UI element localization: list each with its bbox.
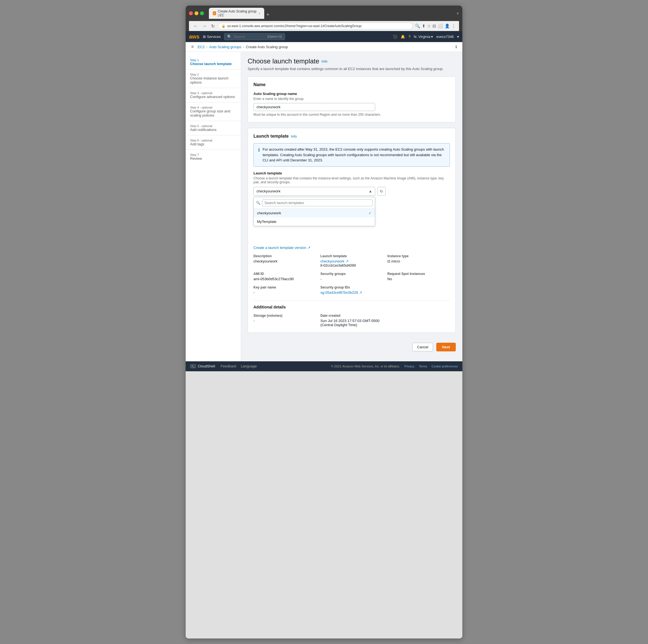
sidebar-item-step3[interactable]: Step 3 - optional Configure advanced opt… [186,89,241,101]
option-label-2: MyTemplate [257,219,276,224]
storage-label: Storage (volumes) [254,314,316,317]
sidebar-item-step7[interactable]: Step 7 Review [186,151,241,163]
bottom-bar: >_ CloudShell Feedback Language © 2023, … [186,361,462,371]
dropdown-option-checkyourwork[interactable]: checkyourwork ✓ [254,209,375,217]
cloud9-icon[interactable]: ⬛ [393,35,397,39]
sg-id-link[interactable]: sg-05a43cef87bc0b228 [320,290,358,295]
back-button[interactable]: ← [192,23,199,29]
detail-instance-type: Instance type t2.micro [387,254,450,267]
breadcrumb-autoscaling[interactable]: Auto Scaling groups [209,45,241,49]
aws-logo: aws [189,34,200,40]
info-banner: ℹ For accounts created after May 31, 202… [254,143,450,167]
sidebar-step7-title: Review [190,156,236,161]
profile-icon[interactable]: 👤 [445,23,450,29]
address-bar[interactable]: 🔒 us-east-1.console.aws.amazon.com/ec2/h… [218,23,413,29]
breadcrumb-current: Create Auto Scaling group [246,45,288,49]
aws-search-bar[interactable]: 🔍 [Option+S] [224,33,285,40]
account-label[interactable]: evecs7346 [436,35,454,39]
group-name-input[interactable] [254,103,375,111]
feedback-link[interactable]: Feedback [220,364,236,368]
page-subtitle: Specify a launch template that contains … [248,67,456,71]
search-icon[interactable]: 🔍 [415,23,420,29]
language-link[interactable]: Language [241,364,257,368]
sidebar-step1-label: Step 1 [190,58,236,62]
browser-navigation: ← → ↻ 🔒 us-east-1.console.aws.amazon.com… [189,21,459,31]
topbar-right: ⬛ 🔔 ? N. Virginia ▾ evecs7346 ▾ [393,35,459,39]
ami-id-label: AMI ID [254,272,316,276]
launch-template-label: Launch template [320,254,383,258]
dropdown-section-label: Launch template [254,171,450,175]
detail-description: Description checkyourwork [254,254,316,267]
browser-window: C Create Auto Scaling group | EC × + ∨ ←… [186,6,462,638]
sidebar-toggle-icon[interactable]: ≡ [191,44,194,49]
forward-button[interactable]: → [201,23,208,29]
sidebar-item-step1[interactable]: Step 1 Choose launch template [186,56,241,68]
dropdown-search-input[interactable] [262,199,373,206]
refresh-button[interactable]: ↻ [377,187,386,196]
sidebar-step3-title: Configure advanced options [190,95,236,99]
browser-tabs: C Create Auto Scaling group | EC × + [209,8,272,19]
launch-template-info-link[interactable]: Info [291,134,297,139]
aws-search-input[interactable] [234,35,265,39]
dropdown-section-hint: Choose a launch template that contains t… [254,177,450,184]
copyright-text: © 2023, Amazon Web Services, Inc. or its… [331,365,400,368]
notifications-icon[interactable]: 🔔 [401,35,405,39]
region-label: N. Virginia [414,35,430,39]
security-group-ids-label: Security group IDs [320,286,383,289]
tab-close[interactable]: × [259,12,260,15]
active-tab[interactable]: C Create Auto Scaling group | EC × [209,8,264,19]
lt-name-link[interactable]: checkyourwork [320,259,344,263]
launch-template-value[interactable]: checkyourwork ↗ [320,259,383,263]
browser-chrome: C Create Auto Scaling group | EC × + ∨ ←… [186,6,462,31]
cancel-button[interactable]: Cancel [412,343,433,351]
sidebar: Step 1 Choose launch template Step 2 Cho… [186,52,241,361]
new-tab-button[interactable]: + [264,11,272,19]
dropdown-search: 🔍 [254,197,375,209]
sidebar-divider-4 [186,121,241,121]
dropdown-option-mytemplate[interactable]: MyTemplate [254,217,375,226]
split-view-icon[interactable]: ⬜ [438,23,443,29]
breadcrumb-sep2: › [243,45,244,49]
additional-details-grid: Storage (volumes) - Date created Sun Jul… [254,314,450,327]
refresh-button[interactable]: ↻ [210,23,216,29]
lock-icon: 🔒 [222,24,225,28]
launch-template-dropdown[interactable]: checkyourwork ▲ [254,187,375,196]
create-template-link[interactable]: Create a launch template version ↗ [254,246,311,250]
region-selector[interactable]: N. Virginia ▾ [414,35,433,39]
minimize-dot[interactable] [195,11,198,15]
date-created-label: Date created [320,314,383,317]
launch-template-card-title: Launch template [254,134,288,139]
group-name-hint: Enter a name to identify the group. [254,97,450,101]
help-icon[interactable]: ? [409,35,410,39]
security-group-ids-value[interactable]: sg-05a43cef87bc0b228 ↗ [320,290,383,295]
page-info-link[interactable]: Info [322,59,328,63]
tab-list-icon[interactable]: ⊟ [432,23,436,29]
tab-title: Create Auto Scaling group | EC [218,9,257,17]
sidebar-item-step6[interactable]: Step 6 - optional Add tags [186,137,241,148]
terms-link[interactable]: Terms [419,365,427,368]
close-dot[interactable] [189,11,193,15]
description-label: Description [254,254,316,258]
date-created-value: Sun Jul 16 2023 17:57:03 GMT-0500 (Centr… [320,319,383,327]
bottom-right: © 2023, Amazon Web Services, Inc. or its… [331,365,458,368]
cookie-link[interactable]: Cookie preferences [432,365,458,368]
sidebar-item-step4[interactable]: Step 4 - optional Configure group size a… [186,104,241,119]
privacy-link[interactable]: Privacy [404,365,415,368]
services-menu[interactable]: ⊞ Services [203,35,221,39]
cloudshell-button[interactable]: >_ CloudShell [190,364,215,368]
share-icon[interactable]: ⬆ [422,23,426,29]
maximize-dot[interactable] [200,11,204,15]
bookmark-icon[interactable]: ☆ [427,23,431,29]
page-info-icon[interactable]: ℹ [455,45,457,49]
sidebar-item-step5[interactable]: Step 5 - optional Add notifications [186,122,241,134]
main-layout: Step 1 Choose launch template Step 2 Cho… [186,52,462,361]
detail-launch-template: Launch template checkyourwork ↗ lt-02ccb… [320,254,383,267]
sidebar-step5-title: Add notifications [190,128,236,132]
next-button[interactable]: Next [436,343,456,351]
group-name-label: Auto Scaling group name [254,92,450,96]
dropdown-panel: 🔍 checkyourwork ✓ MyTemplate [254,197,375,226]
more-options-icon[interactable]: ⋮ [451,23,456,29]
security-groups-value: - [320,277,383,281]
sidebar-item-step2[interactable]: Step 2 Choose instance launch options [186,70,241,87]
breadcrumb-ec2[interactable]: EC2 [198,45,205,49]
